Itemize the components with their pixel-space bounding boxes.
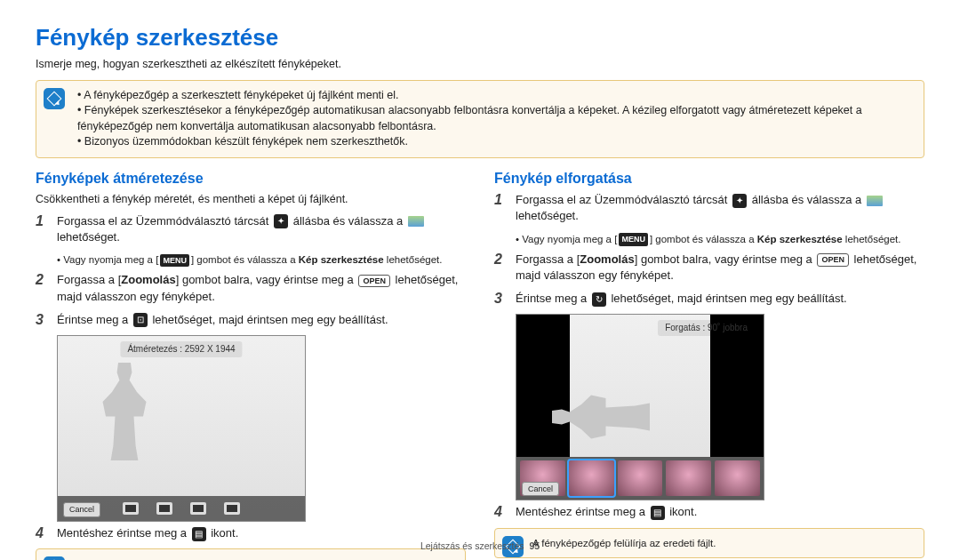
thumbnail[interactable] <box>618 460 663 496</box>
left-step-2: Forgassa a [Zoomolás] gombot balra, vagy… <box>57 272 466 304</box>
page-footer: Lejátszás és szerkesztés 95 <box>0 540 960 553</box>
thumbnail-selected[interactable] <box>569 460 614 496</box>
landscape-icon <box>408 216 424 227</box>
step-number: 4 <box>494 504 507 520</box>
step-number: 2 <box>36 272 48 304</box>
step-number: 2 <box>494 252 507 284</box>
cancel-button[interactable]: Cancel <box>522 482 559 497</box>
rotate-icon: ↻ <box>592 292 606 307</box>
top-note-1: A fényképezőgép a szerkesztett fényképek… <box>77 88 915 104</box>
mask <box>516 315 570 457</box>
note-icon <box>44 88 65 109</box>
dpad-icon: ✦ <box>274 214 288 228</box>
resize-icon: ⊡ <box>133 313 148 327</box>
landscape-icon <box>867 196 883 206</box>
left-heading: Fényképek átméretezése <box>36 169 466 188</box>
save-icon: ▤ <box>192 527 206 541</box>
open-button-label: OPEN <box>358 275 390 288</box>
toolbar-icon[interactable] <box>156 502 172 515</box>
menu-button-label: MENU <box>619 233 648 246</box>
top-note-3: Bizonyos üzemmódokban készült fényképek … <box>77 134 915 150</box>
open-button-label: OPEN <box>817 253 849 267</box>
right-step-1-sub: Vagy nyomja meg a [MENU] gombot és válas… <box>516 232 924 246</box>
right-step-2: Forgassa a [Zoomolás] gombot balra, vagy… <box>516 252 924 284</box>
right-step-4: Mentéshez érintse meg a ▤ ikont. <box>516 504 697 520</box>
toolbar-icon[interactable] <box>123 502 139 515</box>
toolbar-icon[interactable] <box>224 502 240 515</box>
step-number: 3 <box>36 312 48 328</box>
left-column: Fényképek átméretezése Csökkentheti a fé… <box>36 169 466 560</box>
left-step-1: Forgassa el az Üzemmódválasztó tárcsát ✦… <box>57 213 466 245</box>
step-number: 1 <box>36 213 48 245</box>
step-number: 3 <box>494 291 507 307</box>
page-title: Fénykép szerkesztése <box>36 21 924 53</box>
thumbnail[interactable] <box>666 460 711 496</box>
right-step-1: Forgassa el az Üzemmódválasztó tárcsát ✦… <box>516 192 924 224</box>
step-number: 1 <box>494 192 507 224</box>
rotate-screen-preview: Forgatás : 90˚ jobbra Cancel <box>516 314 764 500</box>
left-step-3: Érintse meg a ⊡ lehetőséget, majd érints… <box>57 312 388 328</box>
toolbar-icon[interactable] <box>190 502 206 515</box>
top-note-2: Fényképek szerkesztésekor a fényképezőgé… <box>77 103 915 134</box>
right-column: Fénykép elforgatása 1 Forgassa el az Üze… <box>494 169 924 560</box>
left-step-1-sub: Vagy nyomja meg a [MENU] gombot és válas… <box>57 252 466 267</box>
mask <box>710 315 764 457</box>
dpad-icon: ✦ <box>732 194 747 208</box>
thumbnail[interactable] <box>715 460 760 496</box>
cancel-button[interactable]: Cancel <box>63 502 100 517</box>
right-step-3: Érintse meg a ↻ lehetőséget, majd érints… <box>516 291 847 307</box>
rotate-screen-title: Forgatás : 90˚ jobbra <box>658 320 755 336</box>
save-icon: ▤ <box>651 506 665 520</box>
top-note-box: A fényképezőgép a szerkesztett fényképek… <box>36 80 924 158</box>
resize-screen-preview: Átméretezés : 2592 X 1944 Cancel <box>57 335 306 522</box>
resize-screen-title: Átméretezés : 2592 X 1944 <box>120 341 242 357</box>
right-heading: Fénykép elforgatása <box>494 169 924 188</box>
silhouette-graphic <box>93 363 156 460</box>
menu-button-label: MENU <box>160 254 189 268</box>
left-subheading: Csökkentheti a fénykép méretét, és menth… <box>36 192 466 208</box>
intro-text: Ismerje meg, hogyan szerkesztheti az elk… <box>36 57 924 73</box>
note-icon <box>44 556 65 560</box>
